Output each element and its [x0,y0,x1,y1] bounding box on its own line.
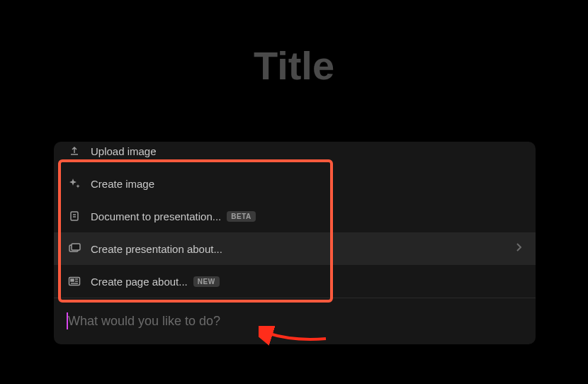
document-icon [68,210,81,222]
menu-item-label: Create image [91,178,154,190]
input-placeholder: What would you like to do? [68,314,220,328]
menu-item-label: Upload image [91,145,157,157]
sparkle-icon [68,177,81,190]
page-title: Title [254,43,334,89]
svg-rect-4 [71,279,74,281]
menu-item-create-presentation[interactable]: Create presentation about... [54,232,536,265]
beta-badge: BETA [227,211,255,222]
menu-item-label: Document to presentation... [91,210,221,222]
command-input[interactable]: What would you like to do? [54,298,536,344]
menu-item-doc-to-presentation[interactable]: Document to presentation... BETA [54,200,536,232]
menu-item-create-page[interactable]: Create page about... NEW [54,265,536,298]
presentation-icon [68,242,81,255]
page-icon [68,275,81,288]
chevron-right-icon [516,242,521,255]
text-cursor [67,312,68,329]
upload-icon [68,145,81,157]
menu-item-label: Create presentation about... [91,243,222,255]
menu-item-label: Create page about... [91,276,188,288]
command-panel: Upload image Create image Document to pr… [54,142,536,344]
svg-rect-0 [71,212,78,220]
svg-rect-2 [72,244,80,250]
new-badge: NEW [193,276,220,287]
menu-item-upload-image[interactable]: Upload image [54,142,536,167]
menu-item-create-image[interactable]: Create image [54,167,536,200]
